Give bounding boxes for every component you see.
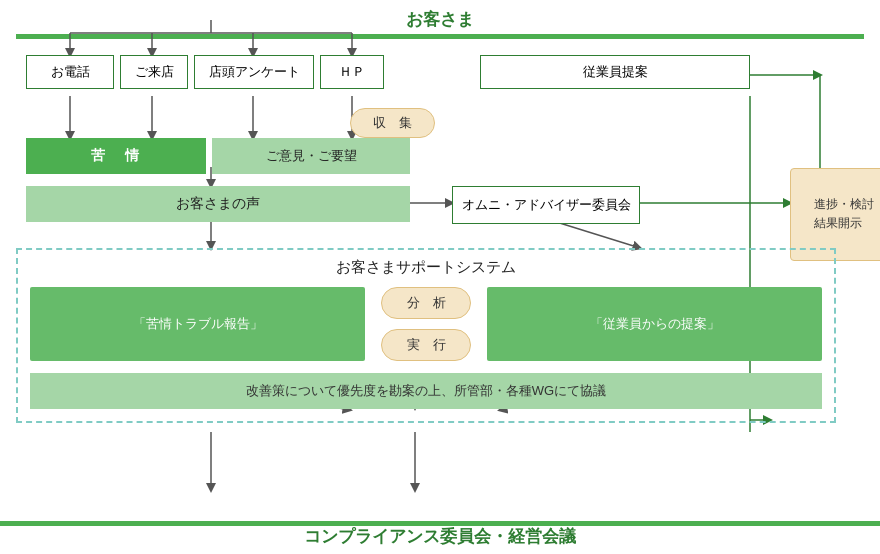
analysis-badge: 分 析 <box>381 287 471 319</box>
voice-box: お客さまの声 <box>26 186 410 222</box>
channel-hp: ＨＰ <box>320 55 384 89</box>
advisor-box: オムニ・アドバイザー委員会 <box>452 186 640 224</box>
support-system-title: お客さまサポートシステム <box>30 258 822 277</box>
collect-badge: 収 集 <box>350 108 435 138</box>
bottom-label: コンプライアンス委員会・経営会議 <box>0 525 880 548</box>
top-label: お客さま <box>16 8 864 31</box>
opinion-box: ご意見・ご要望 <box>212 138 410 174</box>
channel-visit: ご来店 <box>120 55 188 89</box>
svg-line-15 <box>550 220 640 248</box>
discussion-bar: 改善策について優先度を勘案の上、所管部・各種WGにて協議 <box>30 373 822 409</box>
progress-badge: 進捗・検討 結果開示 <box>790 168 880 261</box>
complaint-box: 苦 情 <box>26 138 206 174</box>
execute-badge: 実 行 <box>381 329 471 361</box>
channel-phone: お電話 <box>26 55 114 89</box>
complaint-report-box: 「苦情トラブル報告」 <box>30 287 365 361</box>
support-system-container: お客さまサポートシステム 「苦情トラブル報告」 分 析 実 行 「従業員からの提… <box>16 248 836 423</box>
top-bar <box>16 34 864 39</box>
channel-survey: 店頭アンケート <box>194 55 314 89</box>
employee-proposal-box: 従業員提案 <box>480 55 750 89</box>
employee-proposal-report-box: 「従業員からの提案」 <box>487 287 822 361</box>
